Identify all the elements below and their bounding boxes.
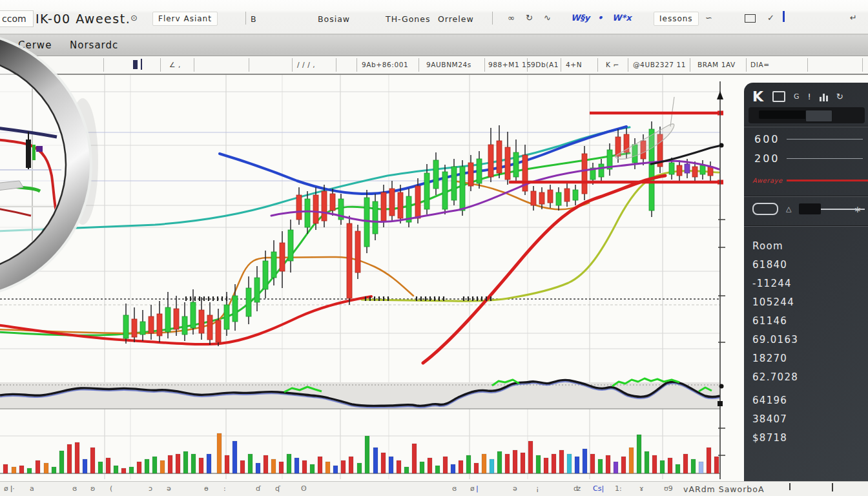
return-icon[interactable]: ↵ [850, 13, 857, 23]
status-icon[interactable]: ʘ [301, 484, 307, 493]
volume-bar [575, 457, 579, 473]
menu-item-b[interactable]: B [251, 14, 257, 24]
tool-trendline[interactable]: ∠ , [169, 61, 181, 68]
text-caret [783, 11, 785, 22]
status-icon[interactable]: ø [4, 484, 8, 493]
redo-icon[interactable]: ↻ [526, 13, 533, 23]
status-icon[interactable]: ǝ [513, 484, 517, 493]
volume-bar [365, 436, 369, 473]
status-icon[interactable]: ɞ [452, 484, 457, 493]
volume-bar [310, 464, 315, 473]
volume-bar [302, 460, 307, 473]
status-icon[interactable]: ( [110, 484, 112, 493]
symbol-d[interactable]: 9Db(A1 [531, 61, 559, 68]
status-icon[interactable]: | [476, 484, 479, 493]
volume-bar [27, 468, 32, 473]
exclaim-icon[interactable]: ! [808, 92, 811, 101]
menu-item-flerv-asiant[interactable]: Flerv Asiant [152, 12, 218, 26]
candlestick [199, 310, 204, 333]
range-slider[interactable] [749, 107, 865, 123]
clock-icon[interactable]: ⊙ [130, 13, 138, 23]
slider-handle[interactable] [805, 110, 832, 122]
volume-bar [294, 458, 299, 473]
status-icon[interactable]: ǀ· [10, 484, 15, 493]
pill-button[interactable] [752, 203, 778, 215]
volume-bar [217, 433, 222, 473]
status-icon[interactable]: Cs| [593, 484, 604, 493]
tab-cerwe[interactable]: Cerwe [18, 39, 52, 51]
candlestick [389, 189, 395, 216]
toolbar-separator [807, 58, 808, 72]
menu-item-iessons[interactable]: Iessons [654, 12, 699, 26]
menu-item-th-gones[interactable]: TH-Gones [386, 14, 430, 24]
divider [744, 196, 868, 197]
scale-label-200: 200 [754, 152, 780, 165]
volume-bar [279, 462, 284, 473]
check-icon[interactable]: ✓ [767, 13, 774, 23]
status-icon[interactable]: 1: [615, 484, 622, 493]
volume-bar [459, 460, 463, 473]
status-icon[interactable]: ɞ [72, 484, 77, 493]
symbol-i[interactable]: DIA= [750, 61, 770, 68]
refresh-icon[interactable]: ↻ [836, 92, 843, 101]
preview-thumbnail[interactable] [799, 203, 821, 214]
toolbar-separator [418, 58, 419, 72]
symbol-h[interactable]: BRAM 1AV [698, 61, 736, 68]
status-icon[interactable]: ¡ [536, 484, 539, 493]
tab-norsardc[interactable]: Norsardc [70, 39, 118, 51]
status-icon[interactable]: ɵ [204, 484, 209, 493]
status-icon[interactable]: ø [470, 484, 475, 493]
status-icon[interactable]: ʊ9 [664, 484, 673, 493]
candlestick [531, 191, 536, 205]
candlestick [556, 192, 561, 205]
infinity-icon[interactable]: ∞ [508, 13, 515, 23]
candlestick-style-icon[interactable] [141, 59, 142, 70]
square-icon[interactable] [772, 91, 785, 102]
candlestick [573, 190, 578, 200]
symbol-c[interactable]: 988+M1 15 [488, 61, 532, 68]
g-icon[interactable]: G [794, 92, 800, 101]
volume-bar [52, 467, 56, 473]
candlestick [140, 322, 145, 335]
candlestick-style-icon[interactable] [133, 60, 138, 69]
status-icon[interactable]: ʣ [574, 484, 581, 493]
pencil-icon[interactable]: △ [786, 205, 791, 213]
volume-bar [505, 454, 510, 473]
volume-bar [83, 459, 87, 473]
volume-bar [451, 464, 455, 473]
status-icon[interactable]: ə [167, 484, 171, 493]
symbol-a[interactable]: 9Ab+86:001 [362, 61, 408, 68]
pen-icon[interactable]: W§y [571, 13, 590, 23]
status-icon[interactable]: ʠ [275, 484, 280, 493]
tool-channels[interactable]: / / / , [297, 61, 315, 68]
status-icon[interactable]: : [223, 484, 226, 493]
volume-bar [114, 466, 118, 473]
volume-bar [707, 448, 711, 473]
side-panel: K G ! ↻ 600 200 Aweraye △ ∗ Room61840-11… [744, 83, 868, 481]
status-icon[interactable]: ɤ [639, 484, 644, 493]
lasso-icon[interactable]: ∽ [705, 13, 712, 23]
volume-bar [482, 454, 486, 473]
volume-bar [333, 466, 338, 473]
symbol-e[interactable]: 4+N [566, 61, 582, 68]
status-icon[interactable]: ʚ [90, 484, 95, 493]
symbol-g[interactable]: @4UB2327 11 [633, 61, 686, 68]
rectangle-tool-icon[interactable] [745, 14, 756, 23]
symbol-b[interactable]: 9AUBNM24s [426, 61, 471, 68]
status-icon[interactable]: a [30, 484, 34, 493]
symbol-f[interactable]: K ⌐ [606, 61, 619, 68]
candlestick [488, 145, 493, 177]
value-list: Room61840-112441052446114669.01631827062… [744, 240, 868, 451]
trend-icon[interactable]: ∿ [544, 13, 551, 23]
toolbar-separator [746, 58, 747, 72]
menu-item-orrelew[interactable]: Orrelew [438, 14, 474, 24]
workspace-chip[interactable]: ccom [0, 10, 34, 27]
menu-item-bosiaw[interactable]: Bosiaw [318, 14, 350, 24]
candlestick [451, 167, 457, 200]
bar-chart-icon[interactable] [820, 92, 828, 101]
status-icon[interactable]: ɗ [256, 484, 261, 493]
pen2-icon[interactable]: W*x [612, 13, 632, 23]
dot-marker[interactable]: • [597, 13, 603, 23]
status-icon[interactable]: ɔ [149, 484, 152, 493]
toolbar-separator [484, 58, 485, 72]
